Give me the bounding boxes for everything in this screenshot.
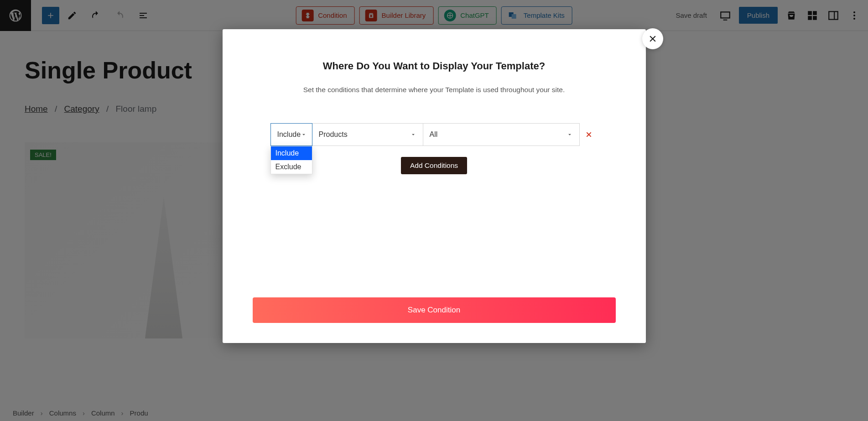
select-include-exclude[interactable]: Include Include Exclude: [270, 123, 312, 146]
condition-row: Include Include Exclude Products All: [253, 123, 616, 146]
chevron-down-icon: [567, 131, 573, 138]
chevron-down-icon: [301, 131, 307, 138]
select-location[interactable]: Products: [312, 123, 423, 146]
chevron-down-icon: [410, 131, 416, 138]
select-value: Include: [277, 130, 301, 139]
close-icon: [585, 131, 593, 138]
close-icon: [648, 34, 657, 43]
select-value: All: [430, 130, 438, 139]
select-target[interactable]: All: [423, 123, 580, 146]
include-exclude-dropdown: Include Exclude: [270, 146, 312, 174]
save-condition-button[interactable]: Save Condition: [253, 297, 616, 323]
modal-overlay: Where Do You Want to Display Your Templa…: [0, 0, 868, 421]
close-button[interactable]: [642, 28, 663, 49]
delete-condition-button[interactable]: [580, 131, 598, 138]
select-value: Products: [319, 130, 348, 139]
dropdown-option-exclude[interactable]: Exclude: [271, 160, 312, 174]
display-conditions-modal: Where Do You Want to Display Your Templa…: [223, 29, 646, 343]
modal-subtitle: Set the conditions that determine where …: [253, 86, 616, 94]
dropdown-option-include[interactable]: Include: [271, 146, 312, 160]
modal-title: Where Do You Want to Display Your Templa…: [253, 60, 616, 72]
add-conditions-button[interactable]: Add Conditions: [401, 157, 467, 174]
